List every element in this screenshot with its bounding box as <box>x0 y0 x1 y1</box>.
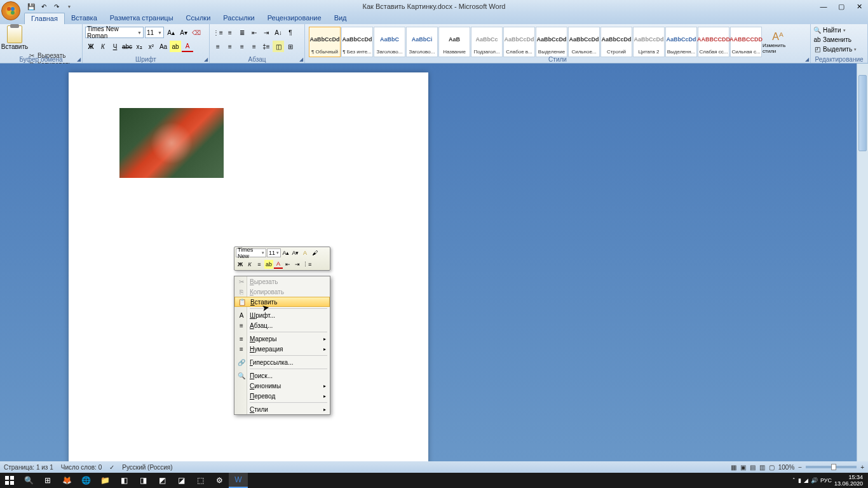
style-item-4[interactable]: AaBНазвание <box>438 27 470 57</box>
tray-volume-icon[interactable]: 🔊 <box>811 477 818 484</box>
context-item-[interactable]: Перевод▸ <box>234 391 330 401</box>
mini-bold-button[interactable]: Ж <box>236 260 245 269</box>
style-item-5[interactable]: AaBbCcПодзагол... <box>471 27 503 57</box>
superscript-button[interactable]: x² <box>146 41 157 52</box>
app-icon-3[interactable]: ⬚ <box>191 473 210 488</box>
view-web-icon[interactable]: ▤ <box>750 464 756 471</box>
borders-button[interactable]: ⊞ <box>285 41 296 52</box>
align-right-button[interactable]: ≡ <box>236 41 248 52</box>
context-item-[interactable]: ≡Нумерация▸ <box>234 344 330 354</box>
font-color-button[interactable]: A <box>182 41 193 52</box>
change-case-button[interactable]: Aa <box>158 41 169 52</box>
mini-font-color-button[interactable]: A <box>274 260 283 269</box>
style-item-10[interactable]: AaBbCcDdЦитата 2 <box>633 27 665 57</box>
mini-highlight-button[interactable]: ab <box>264 260 273 269</box>
style-item-12[interactable]: AABBCCDDСлабая сс... <box>698 27 729 57</box>
search-icon[interactable]: 🔍 <box>19 473 38 488</box>
mini-size-select[interactable]: 11▾ <box>267 248 281 257</box>
mini-shrink-font-icon[interactable]: A▾ <box>291 248 300 257</box>
close-button[interactable]: ✕ <box>850 1 868 12</box>
tray-chevron-icon[interactable]: ˄ <box>792 477 796 484</box>
replace-button[interactable]: abЗаменить <box>813 35 865 44</box>
shading-button[interactable]: ◫ <box>273 41 284 52</box>
status-language[interactable]: Русский (Россия) <box>122 464 172 471</box>
font-name-select[interactable]: Times New Roman▼ <box>85 27 144 38</box>
firefox-icon[interactable]: 🦊 <box>57 473 76 488</box>
style-item-0[interactable]: AaBbCcDd¶ Обычный <box>309 27 341 57</box>
status-spellcheck-icon[interactable]: ✓ <box>109 464 114 471</box>
status-page[interactable]: Страница: 1 из 1 <box>4 464 53 471</box>
mail-icon[interactable]: ◩ <box>153 473 172 488</box>
multilevel-button[interactable]: ≣ <box>236 27 248 38</box>
tab-pagelayout[interactable]: Разметка страницы <box>104 13 180 24</box>
shrink-font-icon[interactable]: A▾ <box>178 27 189 38</box>
tab-references[interactable]: Ссылки <box>180 13 217 24</box>
scroll-thumb[interactable] <box>858 75 867 151</box>
style-item-11[interactable]: AaBbCcDdВыделенн... <box>665 27 697 57</box>
style-item-1[interactable]: AaBbCcDd¶ Без инте... <box>341 27 373 57</box>
find-button[interactable]: 🔍Найти▾ <box>813 25 865 35</box>
tray-battery-icon[interactable]: ▮ <box>798 477 801 484</box>
mini-font-select[interactable]: Times New▾ <box>236 248 266 257</box>
context-item-[interactable]: 🔗Гиперссылка... <box>234 357 330 367</box>
context-item-[interactable]: 🔍Поиск... <box>234 370 330 381</box>
zoom-level[interactable]: 100% <box>778 464 795 471</box>
save-icon[interactable]: 💾 <box>25 1 37 11</box>
font-size-select[interactable]: 11▼ <box>145 27 164 38</box>
tab-view[interactable]: Вид <box>328 13 353 24</box>
inserted-image[interactable] <box>119 108 224 178</box>
grow-font-icon[interactable]: A▴ <box>165 27 177 38</box>
numbering-button[interactable]: ≡ <box>224 27 236 38</box>
zoom-in-button[interactable]: + <box>860 464 864 471</box>
highlight-button[interactable]: ab <box>170 41 181 52</box>
zoom-slider-thumb[interactable] <box>831 464 836 470</box>
tab-mailings[interactable]: Рассылки <box>217 13 261 24</box>
style-item-2[interactable]: AaBbCЗаголово... <box>374 27 405 57</box>
mini-styles-icon[interactable]: A <box>301 248 309 257</box>
line-spacing-button[interactable]: ‡≡ <box>261 41 272 52</box>
strikethrough-button[interactable]: abc <box>121 41 133 52</box>
mini-center-button[interactable]: ≡ <box>255 260 264 269</box>
bullets-button[interactable]: ⋮≡ <box>212 27 224 38</box>
italic-button[interactable]: К <box>97 41 109 52</box>
explorer-icon[interactable]: 📁 <box>95 473 114 488</box>
mini-grow-font-icon[interactable]: A▴ <box>281 248 290 257</box>
tray-lang-icon[interactable]: РУС <box>820 477 832 484</box>
tray-network-icon[interactable]: ◢ <box>804 477 808 484</box>
context-item-[interactable]: Стили▸ <box>234 404 330 414</box>
app-icon-1[interactable]: ◧ <box>114 473 133 488</box>
minimize-button[interactable]: — <box>815 1 832 12</box>
zoom-out-button[interactable]: − <box>798 464 802 471</box>
indent-dec-button[interactable]: ⇤ <box>248 27 260 38</box>
style-item-3[interactable]: AaBbCiЗаголово... <box>406 27 438 57</box>
font-expand-icon[interactable]: ◢ <box>204 57 208 62</box>
paragraph-expand-icon[interactable]: ◢ <box>299 57 303 62</box>
word-taskbar-icon[interactable]: W <box>229 473 248 488</box>
view-draft-icon[interactable]: ▢ <box>769 464 775 471</box>
subscript-button[interactable]: x₂ <box>133 41 145 52</box>
clear-format-icon[interactable]: ⌫ <box>191 27 202 38</box>
tab-review[interactable]: Рецензирование <box>261 13 328 24</box>
bold-button[interactable]: Ж <box>85 41 97 52</box>
chrome-icon[interactable]: 🌐 <box>76 473 95 488</box>
style-item-8[interactable]: AaBbCcDdСильное... <box>568 27 600 57</box>
align-justify-button[interactable]: ≡ <box>248 41 260 52</box>
qat-dropdown-icon[interactable]: ▼ <box>64 1 75 11</box>
sort-button[interactable]: A↓ <box>273 27 284 38</box>
style-item-7[interactable]: AaBbCcDdВыделение <box>536 27 567 57</box>
style-item-9[interactable]: AaBbCcDdСтрогий <box>600 27 632 57</box>
tab-insert[interactable]: Вставка <box>65 13 104 24</box>
context-item-[interactable]: Синонимы▸ <box>234 381 330 391</box>
redo-icon[interactable]: ↷ <box>51 1 62 11</box>
mini-italic-button[interactable]: К <box>245 260 254 269</box>
clipboard-expand-icon[interactable]: ◢ <box>77 57 81 62</box>
view-fullscreen-icon[interactable]: ▣ <box>740 464 746 471</box>
show-marks-button[interactable]: ¶ <box>285 27 296 38</box>
mini-bullets-button[interactable]: ⋮≡ <box>302 260 311 269</box>
tab-home[interactable]: Главная <box>24 13 65 24</box>
vertical-scrollbar[interactable] <box>857 64 868 473</box>
select-button[interactable]: ◰Выделить▾ <box>813 44 865 54</box>
style-item-13[interactable]: AABBCCDDСильная с... <box>730 27 762 57</box>
align-left-button[interactable]: ≡ <box>212 41 224 52</box>
align-center-button[interactable]: ≡ <box>224 41 236 52</box>
